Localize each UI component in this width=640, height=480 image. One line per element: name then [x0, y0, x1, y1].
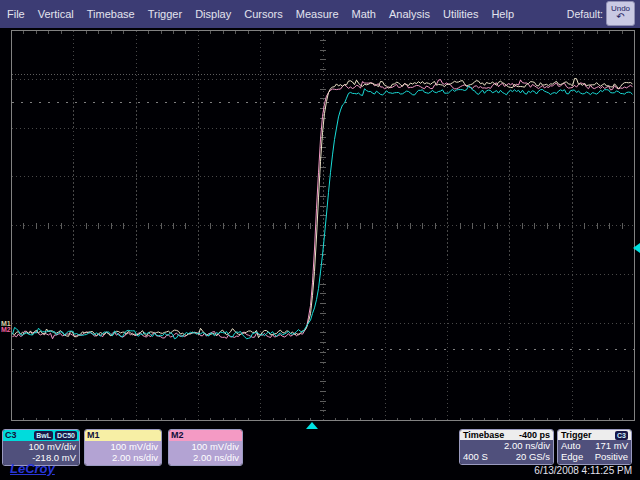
c3-volts-per-div: 100 mV/div — [6, 442, 76, 453]
channel-descriptor-m2[interactable]: M2 100 mV/div 2.00 ns/div — [168, 429, 243, 466]
trigger-settings: Auto 171 mV Edge Positive — [558, 440, 631, 464]
m2-label: M2 — [171, 430, 184, 441]
dc50-badge: DC50 — [55, 431, 77, 440]
m2-header: M2 — [169, 430, 242, 441]
c3-header: C3 BwL DC50 — [3, 430, 79, 441]
m1-settings: 100 mV/div 2.00 ns/div — [85, 441, 161, 465]
trigger-source-badge: C3 — [615, 431, 628, 440]
c3-label: C3 — [5, 430, 17, 441]
trigger-header: Trigger C3 — [558, 430, 631, 440]
m2-volts-per-div: 100 mV/div — [172, 442, 239, 453]
datetime-status: 6/13/2008 4:11:25 PM — [455, 465, 632, 476]
trigger-slope: Positive — [595, 452, 628, 463]
timebase-descriptor[interactable]: Timebase -400 ps 2.00 ns/div 400 S 20 GS… — [459, 429, 554, 465]
m1-header: M1 — [85, 430, 161, 441]
graticule-and-traces — [0, 0, 640, 480]
lecroy-logo: LeCroy — [10, 461, 55, 476]
m2-time-per-div: 2.00 ns/div — [172, 453, 239, 464]
trigger-level: 171 mV — [595, 441, 628, 452]
trigger-label: Trigger — [561, 430, 592, 440]
oscilloscope-screen: File Vertical Timebase Trigger Display C… — [0, 0, 640, 480]
trigger-type: Edge — [561, 452, 583, 463]
m1-label: M1 — [87, 430, 100, 441]
timebase-sample-rate: 20 GS/s — [516, 452, 550, 463]
timebase-offset: -400 ps — [519, 430, 550, 440]
trigger-descriptor[interactable]: Trigger C3 Auto 171 mV Edge Positive — [557, 429, 632, 465]
trigger-mode: Auto — [561, 441, 581, 452]
m1-volts-per-div: 100 mV/div — [88, 442, 158, 453]
timebase-header: Timebase -400 ps — [460, 430, 553, 440]
timebase-samples: 400 S — [463, 452, 488, 463]
trigger-level-marker[interactable] — [633, 243, 640, 253]
timebase-label: Timebase — [463, 430, 504, 440]
channel-descriptor-m1[interactable]: M1 100 mV/div 2.00 ns/div — [84, 429, 162, 466]
timebase-per-div: 2.00 ns/div — [504, 441, 550, 452]
timebase-settings: 2.00 ns/div 400 S 20 GS/s — [460, 440, 553, 464]
bwl-badge: BwL — [34, 431, 53, 440]
trace-c3 — [13, 86, 633, 339]
trace-level-label-m2: M2 — [1, 326, 11, 333]
m1-time-per-div: 2.00 ns/div — [88, 453, 158, 464]
trigger-time-marker[interactable] — [306, 422, 318, 429]
m2-settings: 100 mV/div 2.00 ns/div — [169, 441, 242, 465]
